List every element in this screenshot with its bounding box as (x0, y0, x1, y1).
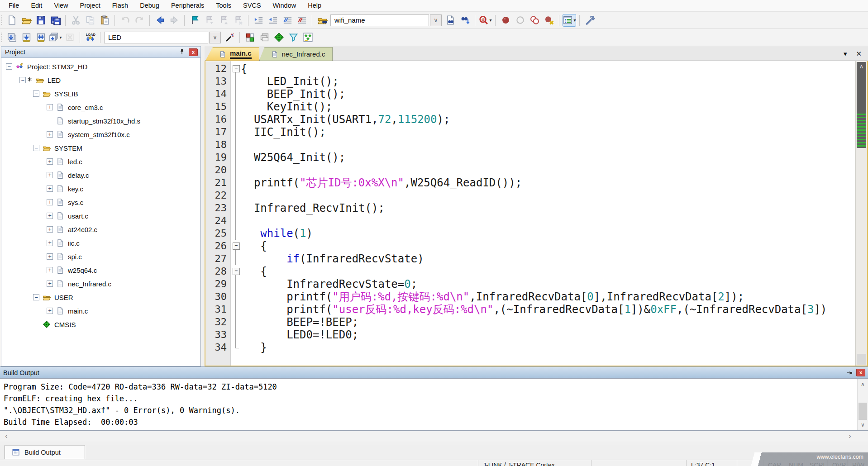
bookmark-next-button[interactable] (202, 14, 216, 27)
target-select-combo[interactable]: LED (104, 32, 208, 43)
stop-build-button[interactable] (63, 31, 76, 44)
tab-nec-infrared-c[interactable]: nec_Infrared.c (259, 47, 333, 61)
navigate-forward-button[interactable] (167, 14, 181, 27)
scrollbar-thumb[interactable]: ∧ (857, 62, 866, 148)
comment-button[interactable] (281, 14, 294, 27)
outdent-button[interactable] (266, 14, 280, 27)
collapse-icon[interactable]: − (19, 77, 26, 83)
fold-collapse-icon[interactable] (231, 240, 241, 252)
tab-build-output[interactable]: Build Output (5, 445, 85, 459)
build-button[interactable] (19, 31, 33, 44)
indent-button[interactable] (252, 14, 265, 27)
menu-flash[interactable]: Flash (106, 0, 134, 11)
scroll-left-icon[interactable]: ‹ (1, 431, 12, 442)
menu-file[interactable]: File (3, 0, 25, 11)
dropdown-caret-icon[interactable]: ▾ (489, 18, 491, 23)
breakpoint-enable-button[interactable] (513, 14, 527, 27)
editor-vertical-scrollbar[interactable]: ∧ (855, 61, 867, 366)
fold-collapse-icon[interactable] (231, 62, 241, 75)
build-output-close-icon[interactable]: x (856, 369, 865, 376)
build-horizontal-scrollbar[interactable]: ‹ › (0, 431, 868, 442)
menu-help[interactable]: Help (302, 0, 327, 11)
breakpoint-insert-button[interactable] (499, 14, 512, 27)
menu-peripherals[interactable]: Peripherals (165, 0, 210, 11)
expand-icon[interactable]: + (47, 281, 53, 287)
paste-button[interactable] (98, 14, 111, 27)
bookmark-clear-button[interactable] (231, 14, 245, 27)
pack-installer-button[interactable] (272, 31, 286, 44)
file-stack-button[interactable] (258, 31, 271, 44)
bookmark-toggle-button[interactable] (188, 14, 201, 27)
tree-item-led[interactable]: −LED (1, 73, 200, 87)
search-document-button[interactable] (444, 14, 457, 27)
tree-item-user[interactable]: −USER (1, 290, 200, 304)
tree-item-project-stm32-hd[interactable]: −Project: STM32_HD (1, 60, 200, 73)
target-options-button[interactable] (223, 31, 236, 44)
collapse-icon[interactable]: − (6, 63, 12, 70)
new-file-button[interactable] (5, 14, 19, 27)
project-close-icon[interactable]: x (189, 48, 198, 56)
undo-button[interactable] (118, 14, 132, 27)
menu-view[interactable]: View (48, 0, 74, 11)
uncomment-button[interactable] (295, 14, 309, 27)
cut-button[interactable] (69, 14, 82, 27)
tree-item-core-cm3-c[interactable]: +core_cm3.c (1, 100, 200, 114)
copy-button[interactable] (83, 14, 97, 27)
tree-item-system-stm32f10x-c[interactable]: +system_stm32f10x.c (1, 128, 200, 141)
tree-item-key-c[interactable]: +key.c (1, 182, 200, 195)
collapse-icon[interactable]: − (33, 90, 39, 97)
combo-dropdown-icon[interactable]: ∨ (430, 14, 442, 26)
system-viewer-button[interactable]: ▾ (563, 14, 576, 27)
scroll-right-icon[interactable]: › (844, 431, 855, 442)
dropdown-caret-icon[interactable]: ▾ (573, 18, 576, 23)
batch-build-button[interactable]: ▾ (48, 31, 62, 44)
tree-item-led-c[interactable]: +led.c (1, 155, 200, 168)
tree-item-system[interactable]: −SYSTEM (1, 141, 200, 155)
redo-button[interactable] (133, 14, 146, 27)
expand-icon[interactable]: + (47, 131, 53, 138)
collapse-icon[interactable]: − (33, 294, 39, 300)
expand-icon[interactable]: + (47, 172, 53, 178)
tree-item-at24c02-c[interactable]: +at24c02.c (1, 223, 200, 236)
expand-icon[interactable]: + (47, 240, 53, 246)
bookmark-prev-button[interactable] (217, 14, 230, 27)
expand-icon[interactable]: + (47, 185, 53, 192)
rebuild-all-button[interactable] (34, 31, 48, 44)
tree-item-main-c[interactable]: +main.c (1, 304, 200, 318)
close-document-icon[interactable]: ✕ (856, 50, 862, 58)
code-area[interactable]: { LED_Init(); BEEP_Init(); KeyInit(); US… (241, 61, 855, 366)
combo-dropdown-icon[interactable]: ∨ (209, 32, 221, 43)
code-fold-column[interactable] (231, 61, 241, 366)
project-tree[interactable]: −Project: STM32_HD−LED−SYSLIB+core_cm3.c… (1, 58, 201, 366)
quick-find-button[interactable]: d▾ (478, 14, 492, 27)
tree-item-startup-stm32f10x-hd-s[interactable]: startup_stm32f10x_hd.s (1, 114, 200, 128)
tab-main-c[interactable]: main.c (205, 47, 259, 61)
expand-icon[interactable]: + (47, 226, 53, 233)
scroll-down-icon[interactable]: ∨ (858, 420, 868, 430)
tree-item-cmsis[interactable]: CMSIS (1, 318, 200, 331)
menu-tools[interactable]: Tools (210, 0, 237, 11)
breakpoint-kill-all-button[interactable] (542, 14, 556, 27)
tree-item-syslib[interactable]: −SYSLIB (1, 87, 200, 100)
tree-item-nec-infrared-c[interactable]: +nec_Infrared.c (1, 277, 200, 290)
tree-item-delay-c[interactable]: +delay.c (1, 168, 200, 182)
dropdown-caret-icon[interactable]: ▾ (59, 35, 62, 40)
translate-file-button[interactable] (5, 31, 19, 44)
menu-svcs[interactable]: SVCS (237, 0, 267, 11)
panel-splitter[interactable] (201, 46, 205, 366)
tree-item-iic-c[interactable]: +iic.c (1, 236, 200, 250)
expand-icon[interactable]: + (47, 158, 53, 165)
tree-item-usart-c[interactable]: +usart.c (1, 209, 200, 223)
tree-item-spi-c[interactable]: +spi.c (1, 250, 200, 263)
document-list-icon[interactable]: ▾ (844, 50, 847, 58)
expand-icon[interactable]: + (47, 308, 53, 314)
build-vertical-scrollbar[interactable]: ∧ ∨ (857, 379, 868, 430)
scroll-up-icon[interactable]: ∧ (857, 62, 866, 71)
pin-icon[interactable] (177, 48, 187, 56)
collapse-icon[interactable]: − (33, 145, 39, 151)
expand-icon[interactable]: + (47, 104, 53, 110)
save-button[interactable] (34, 14, 48, 27)
search-term-combo[interactable]: wifi_name (330, 14, 429, 26)
expand-icon[interactable]: + (47, 199, 53, 205)
breakpoint-disable-all-button[interactable] (528, 14, 541, 27)
